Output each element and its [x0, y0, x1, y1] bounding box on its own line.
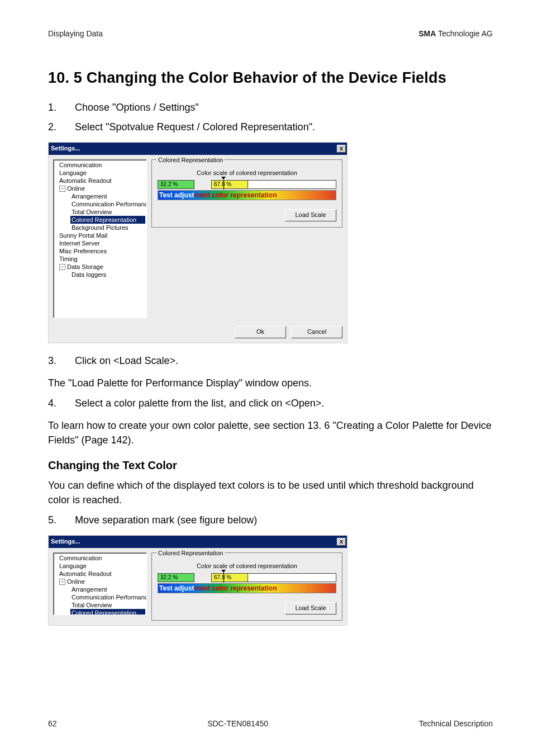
subsection-body: You can define which of the displayed te…	[48, 478, 493, 507]
window-title: Settings...	[51, 537, 80, 546]
scale-row: 32.2 % 67.8 %	[158, 180, 336, 189]
doc-id: SDC-TEN081450	[207, 718, 268, 729]
settings-dialog-screenshot-cropped: Settings... x CommunicationLanguageAutom…	[48, 535, 348, 626]
step-text: Choose "Options / Settings"	[75, 100, 493, 115]
step-list-a: 1. Choose "Options / Settings" 2. Select…	[48, 100, 493, 134]
tree-item[interactable]: Communication	[58, 161, 145, 169]
tree-item[interactable]: Arrangement	[70, 192, 145, 200]
step-text: Move separation mark (see figure below)	[75, 513, 493, 527]
scale-row: 32.2 % 67.8 %	[158, 573, 336, 582]
step-list-b: 3. Click on <Load Scale>.	[48, 353, 493, 368]
tree-item[interactable]: Communication	[58, 554, 145, 562]
step-note: The "Load Palette for Performance Displa…	[48, 376, 493, 390]
tree-item[interactable]: Data Storage	[58, 263, 145, 271]
tree-item[interactable]: Language	[58, 169, 145, 177]
tree-item[interactable]: Online	[58, 578, 145, 585]
tree-item[interactable]: Colored Representation	[70, 609, 145, 615]
step-number: 4.	[48, 396, 75, 410]
tree-item[interactable]: Automatic Readout	[58, 570, 145, 578]
tree-item[interactable]: Automatic Readout	[58, 177, 145, 185]
step-number: 2.	[48, 120, 75, 134]
tree-item[interactable]: Total Overview	[70, 208, 145, 216]
tree-item[interactable]: Language	[58, 562, 145, 570]
scale-left-value: 32.2 %	[158, 573, 194, 582]
load-scale-button[interactable]: Load Scale	[285, 602, 336, 615]
step-text: Click on <Load Scale>.	[75, 353, 493, 368]
scale-caption: Color scale of colored representation	[158, 169, 336, 178]
step-number: 1.	[48, 100, 75, 115]
groupbox-legend: Colored Representation	[156, 549, 225, 558]
tree-item[interactable]: Arrangement	[70, 585, 145, 593]
groupbox-legend: Colored Representation	[156, 156, 225, 165]
tree-item[interactable]: Online	[58, 185, 145, 192]
scale-track[interactable]	[248, 573, 336, 582]
tree-item[interactable]: Internet Server	[58, 239, 145, 247]
subsection-title: Changing the Text Color	[48, 457, 493, 474]
tree-item[interactable]: Communication Performance	[70, 200, 145, 208]
step-list-c: 4. Select a color palette from the list,…	[48, 396, 493, 410]
tree-item[interactable]: Background Pictures	[70, 224, 145, 231]
doc-type: Technical Description	[419, 718, 493, 729]
scale-right-value: 67.8 %	[211, 573, 248, 582]
close-icon[interactable]: x	[337, 145, 346, 153]
tree-item[interactable]: Colored Representation	[70, 216, 145, 224]
cancel-button[interactable]: Cancel	[291, 326, 342, 338]
step-number: 5.	[48, 513, 75, 527]
step-list-d: 5. Move separation mark (see figure belo…	[48, 513, 493, 527]
scale-caption: Color scale of colored representation	[158, 562, 336, 571]
step-number: 3.	[48, 353, 75, 368]
scale-left-value: 32.2 %	[158, 180, 194, 189]
close-icon[interactable]: x	[337, 538, 346, 546]
running-header-right: SMA Technologie AG	[418, 28, 493, 39]
gradient-preview: Test adjustment color representation	[158, 190, 336, 200]
section-title: 10. 5 Changing the Color Behavior of the…	[48, 67, 493, 89]
running-header-left: Displaying Data	[48, 28, 103, 39]
ok-button[interactable]: Ok	[235, 326, 286, 338]
tree-item[interactable]: Total Overview	[70, 601, 145, 609]
scale-right-value: 67.8 %	[211, 180, 248, 189]
step-text: Select "Spotvalue Request / Colored Repr…	[75, 120, 493, 134]
page-number: 62	[48, 718, 57, 729]
settings-tree[interactable]: CommunicationLanguageAutomatic ReadoutOn…	[53, 552, 147, 615]
tree-item[interactable]: Misc Preferences	[58, 247, 145, 255]
tree-item[interactable]: Timing	[58, 255, 145, 263]
tree-item[interactable]: Communication Performance	[70, 593, 145, 601]
separation-mark[interactable]	[223, 573, 224, 583]
step-text: Select a color palette from the list, an…	[75, 396, 493, 410]
load-scale-button[interactable]: Load Scale	[285, 209, 336, 221]
window-title: Settings...	[51, 144, 80, 153]
separation-mark[interactable]	[223, 179, 224, 190]
tree-item[interactable]: Sunny Portal Mail	[58, 231, 145, 239]
settings-dialog-screenshot: Settings... x CommunicationLanguageAutom…	[48, 142, 348, 343]
gradient-preview: Test adjustment color representation	[158, 583, 336, 593]
scale-track[interactable]	[248, 180, 336, 189]
settings-tree[interactable]: CommunicationLanguageAutomatic ReadoutOn…	[53, 159, 147, 318]
step-note: To learn how to create your own color pa…	[48, 418, 493, 447]
tree-item[interactable]: Data loggers	[70, 271, 145, 278]
